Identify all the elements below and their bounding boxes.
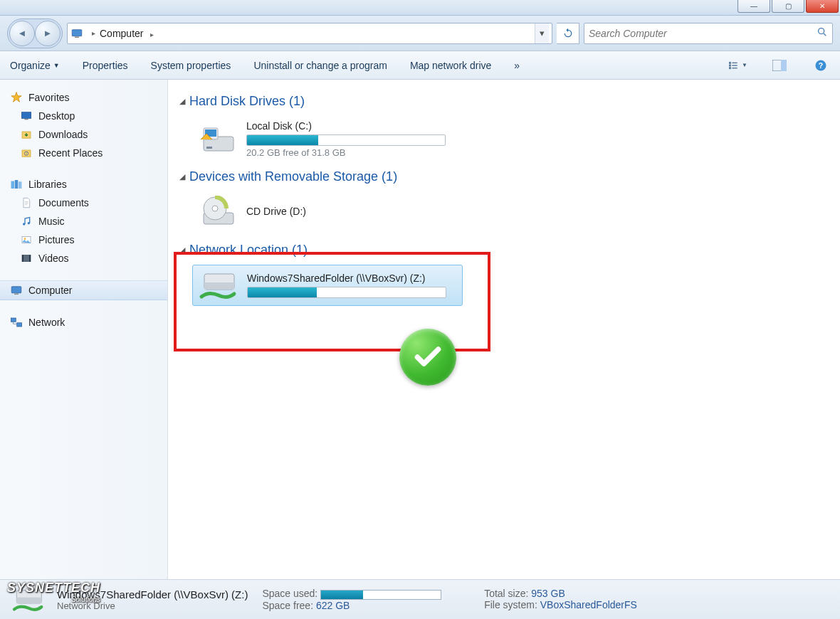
svg-rect-30 — [17, 323, 22, 327]
sidebar-item-computer[interactable]: Computer — [0, 280, 167, 300]
svg-rect-14 — [21, 112, 31, 119]
total-size-label: Total size: — [484, 588, 528, 599]
documents-icon — [20, 196, 33, 209]
close-button[interactable]: ✕ — [806, 0, 839, 13]
annotation-checkmark-icon — [399, 329, 456, 386]
maximize-button[interactable]: ▢ — [772, 0, 804, 13]
svg-point-20 — [23, 223, 25, 225]
music-icon — [20, 215, 33, 228]
drive-free-text: 20.2 GB free of 31.8 GB — [246, 147, 457, 158]
navigation-bar: ◄ ► ▸ Computer ▸ ▾ — [0, 16, 840, 51]
desktop-icon — [20, 110, 33, 122]
drive-cd-d[interactable]: CD Drive (D:) — [192, 191, 463, 231]
chevron-right-icon: ▸ — [88, 29, 100, 37]
sidebar-item-documents[interactable]: Documents — [0, 194, 167, 212]
svg-rect-32 — [206, 147, 212, 149]
sidebar-favorites-label: Favorites — [28, 92, 70, 103]
sidebar-item-desktop[interactable]: Desktop — [0, 107, 167, 125]
svg-rect-29 — [11, 318, 16, 322]
network-icon — [10, 316, 23, 329]
minimize-button[interactable]: — — [737, 0, 770, 13]
downloads-icon — [20, 128, 33, 141]
svg-rect-28 — [14, 294, 19, 295]
svg-rect-19 — [19, 181, 22, 189]
svg-rect-18 — [15, 180, 19, 189]
svg-rect-8 — [732, 65, 737, 65]
sidebar-item-videos[interactable]: Videos — [0, 249, 167, 268]
svg-rect-4 — [729, 61, 731, 63]
drive-usage-bar — [246, 134, 446, 146]
details-pane: Windows7SharedFolder (\\VBoxSvr) (Z:) Ne… — [0, 579, 840, 619]
properties-button[interactable]: Properties — [83, 60, 128, 71]
svg-rect-11 — [781, 60, 787, 71]
watermark: SYSNETTECH Solutions — [7, 581, 100, 603]
svg-rect-17 — [11, 181, 15, 189]
svg-rect-25 — [22, 255, 23, 261]
search-box[interactable] — [584, 23, 833, 44]
libraries-icon — [10, 178, 23, 191]
sidebar-libraries-header[interactable]: Libraries — [0, 175, 167, 194]
address-text: Computer ▸ — [100, 28, 535, 39]
videos-icon — [20, 252, 33, 265]
sidebar-item-recent[interactable]: Recent Places — [0, 144, 167, 162]
svg-point-23 — [24, 238, 26, 240]
toolbar-overflow[interactable]: » — [514, 60, 520, 71]
hdd-icon — [198, 124, 238, 155]
recent-icon — [20, 147, 33, 159]
address-dropdown[interactable]: ▾ — [535, 23, 549, 43]
search-icon — [817, 26, 828, 40]
content-pane: ◢ Hard Disk Drives (1) Local Disk (C:) 2… — [168, 80, 840, 579]
section-removable-header[interactable]: ◢ Devices with Removable Storage (1) — [179, 169, 829, 184]
svg-rect-27 — [11, 287, 21, 293]
space-free-label: Space free: — [262, 600, 313, 611]
address-bar[interactable]: ▸ Computer ▸ ▾ — [67, 23, 552, 44]
computer-icon — [70, 27, 83, 40]
nav-history-buttons: ◄ ► — [7, 18, 63, 48]
file-system-value: VBoxSharedFolderFS — [540, 599, 637, 610]
search-input[interactable] — [589, 28, 817, 39]
drive-name: CD Drive (D:) — [246, 206, 457, 217]
view-options-button[interactable]: ▼ — [729, 58, 747, 73]
sidebar-network-label: Network — [28, 317, 65, 328]
sidebar-item-music[interactable]: Music — [0, 212, 167, 231]
svg-rect-0 — [72, 29, 82, 36]
help-button[interactable]: ? — [812, 58, 830, 73]
navigation-sidebar: Favorites Desktop Downloads Recent Place… — [0, 80, 168, 579]
svg-point-37 — [212, 206, 218, 211]
space-used-bar — [320, 590, 441, 600]
svg-line-3 — [824, 33, 826, 36]
file-system-label: File system: — [484, 599, 537, 610]
cd-drive-icon — [198, 196, 238, 227]
pictures-icon — [20, 233, 33, 246]
system-properties-button[interactable]: System properties — [151, 60, 231, 71]
space-used-label: Space used: — [262, 588, 317, 599]
forward-button[interactable]: ► — [35, 21, 61, 46]
titlebar: — ▢ ✕ — [0, 0, 840, 16]
svg-rect-6 — [729, 67, 731, 69]
sidebar-item-downloads[interactable]: Downloads — [0, 125, 167, 144]
map-network-drive-button[interactable]: Map network drive — [410, 60, 491, 71]
computer-icon — [10, 284, 23, 297]
svg-rect-9 — [732, 67, 737, 68]
svg-text:?: ? — [819, 60, 823, 69]
collapse-icon: ◢ — [179, 172, 185, 181]
svg-rect-26 — [29, 255, 31, 261]
total-size-value: 953 GB — [531, 588, 565, 599]
star-icon — [10, 91, 23, 104]
sidebar-item-pictures[interactable]: Pictures — [0, 231, 167, 249]
sidebar-item-network[interactable]: Network — [0, 313, 167, 332]
sidebar-favorites-header[interactable]: Favorites — [0, 88, 167, 107]
refresh-button[interactable] — [557, 23, 579, 44]
sidebar-libraries-label: Libraries — [28, 179, 67, 190]
preview-pane-button[interactable] — [770, 58, 789, 73]
command-toolbar: Organize ▼ Properties System properties … — [0, 51, 840, 80]
svg-rect-1 — [75, 36, 79, 38]
svg-rect-5 — [729, 64, 731, 66]
sidebar-computer-label: Computer — [28, 285, 72, 296]
drive-local-c[interactable]: Local Disk (C:) 20.2 GB free of 31.8 GB — [192, 116, 463, 162]
organize-menu[interactable]: Organize ▼ — [10, 60, 60, 71]
back-button[interactable]: ◄ — [9, 21, 35, 46]
section-hdd-header[interactable]: ◢ Hard Disk Drives (1) — [179, 94, 829, 109]
space-free-value: 622 GB — [316, 600, 350, 611]
uninstall-program-button[interactable]: Uninstall or change a program — [253, 60, 387, 71]
